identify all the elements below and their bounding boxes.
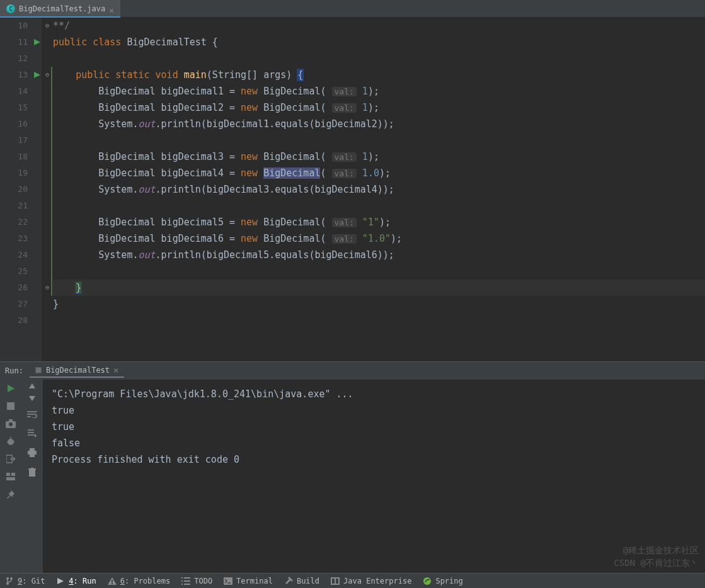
run-gutter-icon[interactable] xyxy=(34,72,40,78)
code-line[interactable] xyxy=(53,198,705,214)
pin-button[interactable] xyxy=(6,489,16,499)
console-output[interactable]: "C:\Program Files\Java\jdk1.8.0_241\bin\… xyxy=(43,380,705,573)
code-line[interactable]: BigDecimal bigDecimal6 = new BigDecimal(… xyxy=(53,230,705,247)
run-toolbar-left xyxy=(0,380,21,573)
scroll-button[interactable] xyxy=(28,428,37,440)
gutter-line: 17 xyxy=(0,132,42,149)
code-line[interactable]: BigDecimal bigDecimal5 = new BigDecimal(… xyxy=(53,214,705,230)
editor[interactable]: 10⊖111213⊖14151617181920212223242526⊖272… xyxy=(0,18,705,361)
jee-icon xyxy=(331,577,340,585)
status-bar: 9: Git4: Run6: ProblemsTODOTerminalBuild… xyxy=(0,573,705,588)
run-header: Run: BigDecimalTest × xyxy=(0,362,705,380)
print-button[interactable] xyxy=(28,448,37,460)
code-line[interactable]: } xyxy=(53,296,705,312)
run-tab[interactable]: 4: Run xyxy=(56,577,96,585)
code-line[interactable]: BigDecimal bigDecimal2 = new BigDecimal(… xyxy=(53,99,705,116)
code-line[interactable]: } xyxy=(53,280,705,296)
todo-tab[interactable]: TODO xyxy=(181,577,212,585)
console-line: true xyxy=(52,402,696,419)
up-button[interactable] xyxy=(29,383,35,388)
debug-button[interactable] xyxy=(6,436,16,446)
gutter-line: 15 xyxy=(0,99,42,116)
gutter-line: 21 xyxy=(0,198,42,214)
code-line[interactable]: public static void main(String[] args) { xyxy=(53,67,705,83)
svg-marker-26 xyxy=(57,578,64,584)
spring-tab[interactable]: Spring xyxy=(423,577,462,585)
status-item-label: Spring xyxy=(435,577,462,585)
run-toolbar-left2 xyxy=(21,380,43,573)
svg-rect-15 xyxy=(6,477,15,480)
code-line[interactable] xyxy=(53,132,705,149)
svg-rect-14 xyxy=(11,473,15,476)
problems-tab[interactable]: 6: Problems xyxy=(108,577,170,585)
console-line: false xyxy=(52,435,696,451)
svg-rect-2 xyxy=(35,368,41,373)
run-config-tab[interactable]: BigDecimalTest × xyxy=(30,364,124,378)
java-class-icon: C xyxy=(6,4,15,13)
svg-point-6 xyxy=(9,422,13,426)
code-area[interactable]: **/public class BigDecimalTest { public … xyxy=(42,18,705,361)
svg-rect-31 xyxy=(184,577,190,579)
status-item-label: Java Enterprise xyxy=(343,577,411,585)
close-icon[interactable]: × xyxy=(113,365,118,375)
svg-marker-0 xyxy=(34,39,40,45)
spring-icon xyxy=(423,577,432,585)
run-gutter-icon[interactable] xyxy=(34,39,40,45)
run-header-label: Run: xyxy=(5,366,23,375)
code-line[interactable]: BigDecimal bigDecimal4 = new BigDecimal(… xyxy=(53,165,705,181)
code-line[interactable]: public class BigDecimalTest { xyxy=(53,34,705,50)
svg-rect-22 xyxy=(31,468,33,469)
code-line[interactable]: BigDecimal bigDecimal1 = new BigDecimal(… xyxy=(53,83,705,99)
status-item-label: TODO xyxy=(194,577,212,585)
branch-icon xyxy=(5,577,14,585)
rerun-button[interactable] xyxy=(6,383,16,393)
svg-rect-39 xyxy=(336,579,338,584)
git-tab[interactable]: 9: Git xyxy=(5,577,45,585)
play-icon xyxy=(56,577,65,585)
code-line[interactable]: BigDecimal bigDecimal3 = new BigDecimal(… xyxy=(53,149,705,165)
run-config-label: BigDecimalTest xyxy=(46,366,110,375)
code-line[interactable]: **/ xyxy=(53,18,705,34)
gutter-line: 18 xyxy=(0,149,42,165)
java-enterprise-tab[interactable]: Java Enterprise xyxy=(331,577,411,585)
terminal-icon xyxy=(224,577,232,585)
code-line[interactable] xyxy=(53,50,705,67)
clear-button[interactable] xyxy=(28,467,36,479)
close-icon[interactable] xyxy=(109,6,114,11)
status-item-label: Terminal xyxy=(236,577,273,585)
gutter-line: 24 xyxy=(0,247,42,263)
svg-rect-34 xyxy=(181,584,183,585)
gutter-line: 16 xyxy=(0,116,42,132)
svg-rect-7 xyxy=(9,419,13,422)
svg-rect-13 xyxy=(6,473,10,476)
svg-rect-29 xyxy=(112,583,113,584)
gutter-line: 10⊖ xyxy=(0,18,42,34)
svg-point-8 xyxy=(8,439,14,445)
svg-marker-1 xyxy=(34,72,40,78)
hammer-icon xyxy=(284,577,293,585)
build-tab[interactable]: Build xyxy=(284,577,319,585)
exit-button[interactable] xyxy=(6,454,16,464)
wrap-button[interactable] xyxy=(27,409,37,421)
svg-point-25 xyxy=(6,582,9,585)
terminal-tab[interactable]: Terminal xyxy=(224,577,273,585)
svg-rect-36 xyxy=(224,577,232,585)
warning-icon xyxy=(108,577,117,585)
console-line: Process finished with exit code 0 xyxy=(52,451,696,468)
svg-rect-38 xyxy=(332,579,335,584)
svg-rect-33 xyxy=(184,580,190,582)
layout-button[interactable] xyxy=(6,472,16,482)
dump-button[interactable] xyxy=(6,419,16,429)
code-line[interactable] xyxy=(53,312,705,329)
code-line[interactable] xyxy=(53,263,705,280)
code-line[interactable]: System.out.println(bigDecimal1.equals(bi… xyxy=(53,116,705,132)
gutter-line: 26⊖ xyxy=(0,280,42,296)
console-line: "C:\Program Files\Java\jdk1.8.0_241\bin\… xyxy=(52,386,696,402)
gutter: 10⊖111213⊖14151617181920212223242526⊖272… xyxy=(0,18,42,361)
code-line[interactable]: System.out.println(bigDecimal5.equals(bi… xyxy=(53,247,705,263)
file-tab[interactable]: C BigDecimalTest.java xyxy=(0,0,120,17)
code-line[interactable]: System.out.println(bigDecimal3.equals(bi… xyxy=(53,181,705,198)
down-button[interactable] xyxy=(29,396,35,401)
svg-rect-4 xyxy=(7,402,14,410)
stop-button[interactable] xyxy=(6,401,16,411)
